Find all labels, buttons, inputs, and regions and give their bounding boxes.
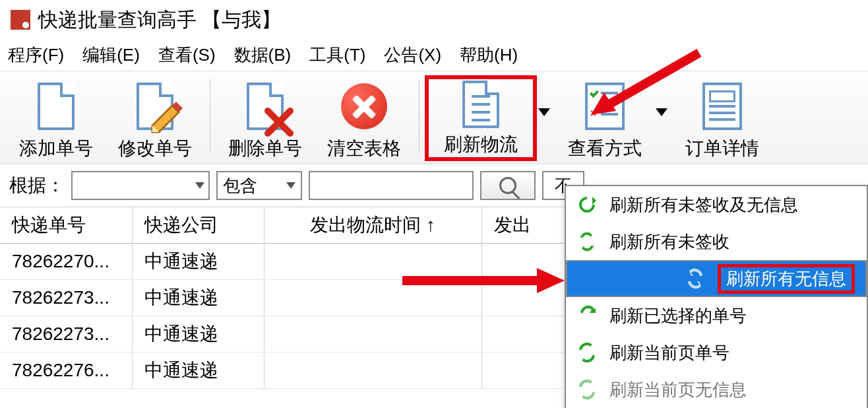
pencil-icon xyxy=(147,100,184,137)
mi-refresh-unsigned[interactable]: 刷新所有未签收 xyxy=(566,223,867,260)
search-button[interactable] xyxy=(480,171,536,200)
detail-label: 订单详情 xyxy=(685,136,759,161)
titlebar: 快递批量查询高手 【与我】 xyxy=(0,0,868,40)
document-edit-icon xyxy=(131,79,179,133)
refresh-green-icon xyxy=(576,194,598,215)
edit-button[interactable]: 修改单号 xyxy=(106,75,204,161)
refresh-curve-icon xyxy=(576,305,598,326)
toolbar-sep xyxy=(419,79,419,152)
mi-refresh-selected[interactable]: 刷新已选择的单号 xyxy=(566,297,867,334)
col-tracking-no[interactable]: 快递单号 xyxy=(0,207,132,244)
refresh-page-icon xyxy=(576,342,598,363)
refresh-dropdown-caret[interactable] xyxy=(538,108,550,116)
menu-tools[interactable]: 工具(T) xyxy=(309,44,365,67)
document-delete-icon xyxy=(241,79,289,133)
mi-label: 刷新已选择的单号 xyxy=(609,304,747,327)
add-button[interactable]: 添加单号 xyxy=(7,75,106,161)
cell-co: 中通速递 xyxy=(132,353,264,389)
svg-marker-3 xyxy=(592,197,596,205)
menu-view[interactable]: 查看(S) xyxy=(158,44,216,67)
mi-refresh-noinfo[interactable]: 刷新所有无信息 xyxy=(566,260,867,297)
mi-refresh-unsigned-noinfo[interactable]: 刷新所有未签收及无信息 xyxy=(566,186,867,223)
mi-label: 刷新当前页单号 xyxy=(609,341,729,364)
refresh-label: 刷新物流 xyxy=(444,132,518,157)
svg-marker-0 xyxy=(152,106,179,132)
add-label: 添加单号 xyxy=(19,136,93,161)
menu-program[interactable]: 程序(F) xyxy=(8,44,64,67)
toolbar-sep xyxy=(210,79,210,152)
col-ship-time[interactable]: 发出物流时间 ↑ xyxy=(264,207,481,244)
refresh-button[interactable]: 刷新物流 xyxy=(425,75,537,161)
annotation-arrow-2 xyxy=(396,257,567,304)
menu-notice[interactable]: 公告(X) xyxy=(384,44,441,67)
refresh-double-icon xyxy=(576,231,598,252)
filter-op-select[interactable]: 包含 xyxy=(216,171,302,200)
cell-no: 78262273... xyxy=(0,316,132,353)
delete-label: 删除单号 xyxy=(228,136,302,161)
chevron-down-icon xyxy=(286,182,295,189)
clear-label: 清空表格 xyxy=(327,136,401,161)
app-icon xyxy=(11,10,30,30)
menu-edit[interactable]: 编辑(E) xyxy=(82,44,140,67)
cell-co: 中通速递 xyxy=(132,244,264,280)
menu-help[interactable]: 帮助(H) xyxy=(460,44,518,67)
refresh-page-noinfo-icon xyxy=(576,379,598,400)
window-title: 快递批量查询高手 【与我】 xyxy=(38,7,281,34)
clear-button[interactable]: 清空表格 xyxy=(315,75,414,161)
chevron-down-icon xyxy=(195,182,204,189)
document-icon xyxy=(32,79,80,133)
refresh-blue-double-icon xyxy=(685,268,706,289)
svg-marker-7 xyxy=(537,268,565,293)
cell-co: 中通速递 xyxy=(132,316,264,353)
delete-button[interactable]: 删除单号 xyxy=(216,75,315,161)
cell-co: 中通速递 xyxy=(132,280,264,316)
toolbar: 添加单号 修改单号 删除单号 清空表格 刷新物流 × 查看方式 订单详情 xyxy=(0,71,868,164)
mi-refresh-page[interactable]: 刷新当前页单号 xyxy=(566,334,867,371)
filter-value-input[interactable] xyxy=(309,171,474,200)
mi-label: 刷新所有无信息 xyxy=(718,264,855,294)
menubar: 程序(F) 编辑(E) 查看(S) 数据(B) 工具(T) 公告(X) 帮助(H… xyxy=(0,40,868,71)
filter-op-value: 包含 xyxy=(223,174,257,197)
mi-label: 刷新当前页无信息 xyxy=(609,378,747,401)
svg-line-4 xyxy=(607,53,699,106)
red-x-icon xyxy=(264,107,294,137)
annotation-arrow-1 xyxy=(587,46,706,119)
clear-icon xyxy=(340,79,388,133)
refresh-dropdown: 刷新所有未签收及无信息 刷新所有未签收 刷新所有无信息 刷新已选择的单号 刷新当… xyxy=(565,185,868,408)
filter-field-select[interactable] xyxy=(71,171,210,200)
edit-label: 修改单号 xyxy=(118,136,192,161)
menu-data[interactable]: 数据(B) xyxy=(234,44,292,67)
refresh-icon xyxy=(457,79,505,129)
cell-no: 78262273... xyxy=(0,280,132,316)
search-icon xyxy=(499,177,516,194)
cell-no: 78262270... xyxy=(0,244,132,280)
viewmode-label: 查看方式 xyxy=(568,136,642,161)
mi-refresh-page-noinfo[interactable]: 刷新当前页无信息 xyxy=(566,371,867,408)
cell-no: 78262276... xyxy=(0,353,132,389)
mi-label: 刷新所有未签收 xyxy=(609,230,729,254)
filter-label: 根据： xyxy=(9,173,65,198)
mi-label: 刷新所有未签收及无信息 xyxy=(609,193,798,217)
col-company[interactable]: 快递公司 xyxy=(132,207,264,244)
